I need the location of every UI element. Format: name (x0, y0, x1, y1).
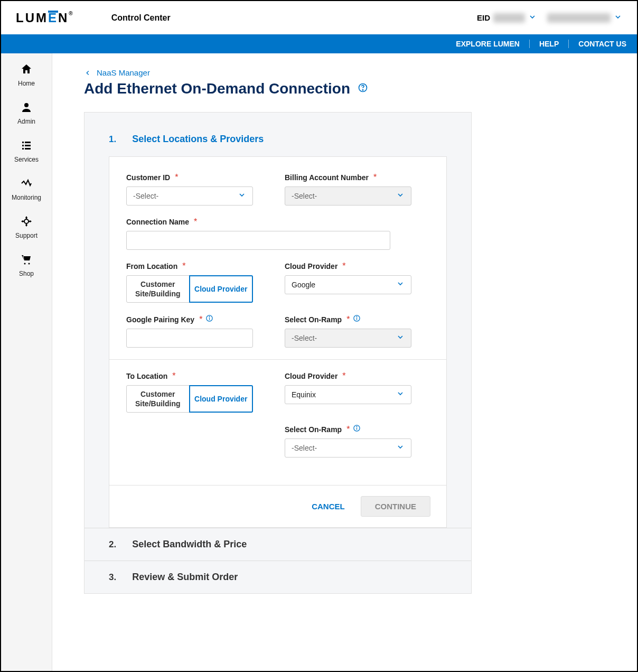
svg-rect-6 (25, 148, 31, 150)
nav-help[interactable]: HELP (530, 40, 569, 48)
connection-name-input[interactable] (126, 231, 390, 250)
breadcrumb[interactable]: NaaS Manager (84, 68, 637, 77)
google-key-input[interactable] (126, 329, 253, 348)
connection-name-label: Connection Name (126, 218, 189, 226)
app-title: Control Center (111, 13, 171, 23)
onramp-from-select[interactable]: -Select- (285, 329, 411, 348)
required-mark: * (346, 425, 350, 434)
billing-account-group: Billing Account Number* -Select- (285, 173, 411, 206)
chevron-left-icon (84, 69, 91, 77)
svg-point-7 (24, 219, 29, 223)
nav-contact[interactable]: CONTACT US (569, 40, 626, 48)
section-divider (109, 359, 446, 360)
step-title: Select Bandwidth & Price (132, 539, 247, 550)
account-selector[interactable] (547, 13, 622, 23)
select-value: Google (292, 281, 315, 289)
billing-account-select[interactable]: -Select- (285, 186, 411, 206)
main-area: Home Admin Services Monitoring Support S… (1, 53, 637, 671)
sidebar-item-home[interactable]: Home (18, 63, 35, 87)
toggle-customer-site[interactable]: Customer Site/Building (126, 385, 190, 413)
chevron-down-icon (396, 333, 405, 343)
sidebar-item-admin[interactable]: Admin (17, 101, 35, 125)
svg-point-17 (356, 316, 357, 317)
toggle-cloud-provider[interactable]: Cloud Provider (189, 275, 254, 303)
app-header: LUMEN® Control Center EID (1, 1, 637, 34)
to-location-toggle: Customer Site/Building Cloud Provider (126, 385, 253, 413)
from-location-group: From Location* Customer Site/Building Cl… (126, 262, 253, 303)
from-location-label: From Location (126, 262, 177, 270)
cancel-button[interactable]: CANCEL (304, 496, 352, 517)
select-placeholder: -Select- (292, 334, 317, 342)
sidebar-item-shop[interactable]: Shop (19, 253, 34, 277)
help-icon[interactable] (358, 82, 368, 95)
toggle-cloud-provider[interactable]: Cloud Provider (189, 385, 254, 413)
list-icon (20, 139, 33, 154)
customer-id-group: Customer ID* -Select- (126, 173, 253, 206)
info-icon[interactable] (353, 424, 361, 434)
step3-header[interactable]: 3. Review & Submit Order (85, 561, 471, 593)
monitoring-icon (20, 177, 33, 192)
svg-point-14 (209, 316, 210, 317)
required-mark: * (175, 173, 178, 182)
onramp-label: Select On-Ramp (285, 315, 342, 324)
continue-button[interactable]: CONTINUE (361, 496, 430, 517)
required-mark: * (182, 262, 185, 271)
svg-point-9 (29, 263, 30, 265)
chevron-down-icon (528, 13, 537, 23)
toggle-customer-site[interactable]: Customer Site/Building (126, 275, 190, 303)
step1-actions: CANCEL CONTINUE (109, 485, 446, 527)
svg-rect-2 (25, 142, 31, 143)
cloud-provider-to-select[interactable]: Equinix (285, 385, 411, 404)
customer-id-select[interactable]: -Select- (126, 186, 253, 206)
page-title: Add Ethernet On-Demand Connection (84, 80, 350, 97)
nav-explore[interactable]: EXPLORE LUMEN (446, 40, 530, 48)
required-mark: * (342, 371, 345, 381)
sidebar: Home Admin Services Monitoring Support S… (1, 53, 52, 671)
chevron-down-icon (396, 191, 405, 201)
step1-header: 1. Select Locations & Providers (85, 134, 471, 145)
select-placeholder: -Select- (292, 192, 317, 200)
onramp-from-group: Select On-Ramp* -Select- (285, 314, 411, 348)
step-number: 2. (109, 539, 116, 550)
sidebar-item-services[interactable]: Services (14, 139, 39, 163)
google-key-label: Google Pairing Key (126, 315, 194, 324)
step-title: Select Locations & Providers (132, 134, 264, 145)
account-value-redacted (547, 13, 611, 23)
spacer (126, 424, 253, 458)
sidebar-item-label: Support (15, 232, 37, 239)
svg-point-11 (362, 90, 363, 90)
sidebar-item-label: Monitoring (12, 194, 41, 201)
eid-selector[interactable]: EID (477, 13, 537, 23)
google-key-group: Google Pairing Key* (126, 314, 253, 348)
sidebar-item-monitoring[interactable]: Monitoring (12, 177, 41, 201)
chevron-down-icon (614, 13, 622, 23)
required-mark: * (342, 262, 345, 271)
user-icon (20, 101, 33, 116)
chevron-down-icon (396, 443, 405, 453)
onramp-to-select[interactable]: -Select- (285, 438, 411, 458)
to-location-label: To Location (126, 372, 167, 380)
select-placeholder: -Select- (292, 444, 317, 452)
info-icon[interactable] (353, 314, 361, 324)
cloud-provider-to-group: Cloud Provider* Equinix (285, 371, 411, 413)
svg-point-0 (24, 103, 29, 107)
required-mark: * (199, 315, 202, 324)
sidebar-item-label: Admin (17, 118, 35, 125)
select-placeholder: -Select- (133, 192, 158, 200)
sidebar-item-label: Services (14, 156, 39, 163)
svg-rect-4 (25, 145, 31, 146)
eid-value-redacted (493, 13, 525, 23)
step-number: 3. (109, 572, 116, 583)
chevron-down-icon (396, 279, 405, 290)
chevron-down-icon (238, 191, 246, 201)
connection-name-group: Connection Name* (126, 217, 390, 250)
sidebar-item-support[interactable]: Support (15, 215, 37, 239)
wizard-card: 1. Select Locations & Providers Customer… (84, 112, 472, 594)
cloud-provider-from-select[interactable]: Google (285, 275, 411, 294)
step1-body: Customer ID* -Select- Billing Account Nu… (109, 156, 447, 528)
step-number: 1. (109, 134, 116, 145)
info-icon[interactable] (205, 314, 213, 324)
svg-rect-5 (22, 148, 24, 150)
select-value: Equinix (292, 390, 316, 399)
step2-header[interactable]: 2. Select Bandwidth & Price (85, 528, 471, 561)
